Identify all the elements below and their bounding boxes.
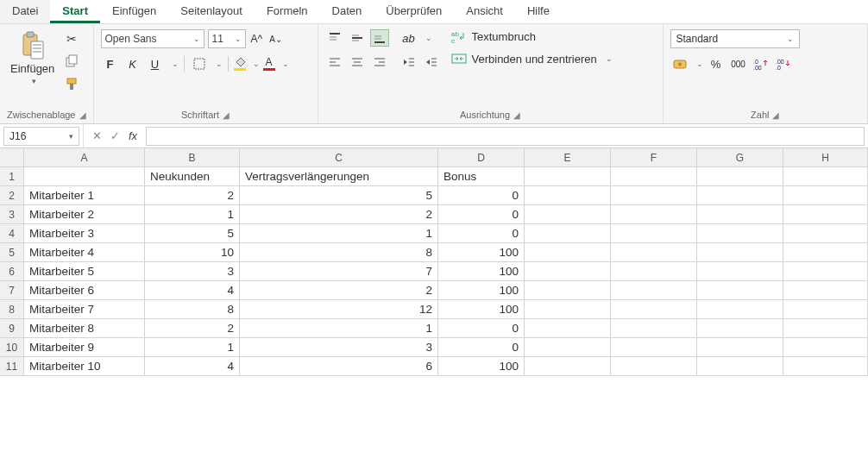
- cell[interactable]: 4: [145, 357, 240, 376]
- chevron-down-icon[interactable]: ⌄: [422, 34, 432, 42]
- cell[interactable]: [783, 338, 868, 357]
- tab-file[interactable]: Datei: [0, 0, 50, 23]
- align-left-button[interactable]: [325, 53, 344, 71]
- cell[interactable]: [697, 262, 783, 281]
- cell[interactable]: Vertragsverlängerungen: [240, 167, 438, 186]
- dialog-launcher-icon[interactable]: ◢: [772, 110, 779, 120]
- cell[interactable]: Mitarbeiter 1: [24, 186, 145, 205]
- cell[interactable]: [525, 357, 611, 376]
- cell[interactable]: 100: [438, 262, 525, 281]
- select-all-corner[interactable]: [0, 148, 24, 167]
- cell[interactable]: 8: [240, 243, 438, 262]
- cell[interactable]: 100: [438, 243, 525, 262]
- bold-button[interactable]: F: [101, 55, 120, 72]
- cell[interactable]: [525, 243, 611, 262]
- row-header[interactable]: 5: [0, 243, 24, 262]
- cell[interactable]: [783, 281, 868, 300]
- cut-button[interactable]: ✂: [63, 31, 80, 47]
- col-header[interactable]: C: [240, 148, 438, 167]
- cancel-formula-button[interactable]: ✕: [92, 129, 102, 142]
- row-header[interactable]: 10: [0, 338, 24, 357]
- cell[interactable]: [611, 357, 697, 376]
- col-header[interactable]: G: [697, 148, 783, 167]
- cell[interactable]: [611, 243, 697, 262]
- cell[interactable]: [611, 167, 697, 186]
- wrap-text-button[interactable]: abc Textumbruch: [451, 29, 613, 43]
- cell[interactable]: 0: [438, 224, 525, 243]
- cell[interactable]: 8: [145, 300, 240, 319]
- cell[interactable]: 3: [145, 262, 240, 281]
- underline-button[interactable]: U: [146, 55, 165, 72]
- col-header[interactable]: F: [611, 148, 697, 167]
- cell[interactable]: [611, 186, 697, 205]
- chevron-down-icon[interactable]: ⌄: [168, 60, 179, 68]
- cell[interactable]: 10: [145, 243, 240, 262]
- cell[interactable]: [783, 319, 868, 338]
- col-header[interactable]: E: [525, 148, 611, 167]
- cell[interactable]: 7: [240, 262, 438, 281]
- cell[interactable]: [611, 205, 697, 224]
- italic-button[interactable]: K: [123, 55, 142, 72]
- align-middle-button[interactable]: [348, 29, 367, 47]
- chevron-down-icon[interactable]: ⌄: [279, 60, 289, 68]
- cell[interactable]: 1: [145, 205, 240, 224]
- font-name-combo[interactable]: Open Sans⌄: [101, 29, 204, 48]
- fill-color-button[interactable]: [234, 57, 246, 71]
- cell[interactable]: Mitarbeiter 10: [24, 357, 145, 376]
- cell[interactable]: 0: [438, 319, 525, 338]
- paste-button[interactable]: Einfügen ▾: [7, 28, 58, 89]
- cell[interactable]: 5: [240, 186, 438, 205]
- cell[interactable]: [783, 186, 868, 205]
- cell[interactable]: [525, 224, 611, 243]
- cell[interactable]: [697, 300, 783, 319]
- align-right-button[interactable]: [370, 53, 389, 71]
- chevron-down-icon[interactable]: ⌄: [693, 60, 703, 68]
- cell[interactable]: [611, 300, 697, 319]
- cell[interactable]: [697, 186, 783, 205]
- dialog-launcher-icon[interactable]: ◢: [223, 110, 230, 120]
- cell[interactable]: [24, 167, 145, 186]
- tab-help[interactable]: Hilfe: [515, 0, 562, 23]
- cell[interactable]: [611, 338, 697, 357]
- row-header[interactable]: 8: [0, 300, 24, 319]
- cell[interactable]: Mitarbeiter 9: [24, 338, 145, 357]
- cell[interactable]: [697, 167, 783, 186]
- cell[interactable]: 2: [145, 186, 240, 205]
- fx-icon[interactable]: fx: [129, 129, 137, 142]
- tab-review[interactable]: Überprüfen: [374, 0, 454, 23]
- col-header[interactable]: B: [145, 148, 240, 167]
- cell[interactable]: [611, 319, 697, 338]
- cell[interactable]: 0: [438, 338, 525, 357]
- tab-home[interactable]: Start: [50, 0, 100, 23]
- cell[interactable]: 0: [438, 205, 525, 224]
- cell[interactable]: [525, 205, 611, 224]
- cell[interactable]: [525, 319, 611, 338]
- align-bottom-button[interactable]: [370, 29, 389, 47]
- cell[interactable]: 1: [240, 319, 438, 338]
- orientation-button[interactable]: ab: [399, 29, 418, 47]
- tab-data[interactable]: Daten: [320, 0, 374, 23]
- merge-center-button[interactable]: Verbinden und zentrieren ⌄: [451, 52, 613, 66]
- align-center-button[interactable]: [348, 53, 367, 71]
- decrease-indent-button[interactable]: [399, 53, 418, 71]
- format-painter-button[interactable]: [63, 76, 80, 91]
- cell[interactable]: Mitarbeiter 5: [24, 262, 145, 281]
- cell[interactable]: 0: [438, 186, 525, 205]
- dialog-launcher-icon[interactable]: ◢: [513, 110, 520, 120]
- cell[interactable]: [525, 300, 611, 319]
- row-header[interactable]: 2: [0, 186, 24, 205]
- cell[interactable]: 100: [438, 281, 525, 300]
- cell[interactable]: [783, 224, 868, 243]
- cell[interactable]: Mitarbeiter 6: [24, 281, 145, 300]
- cell[interactable]: Mitarbeiter 2: [24, 205, 145, 224]
- cell[interactable]: Mitarbeiter 3: [24, 224, 145, 243]
- tab-formulas[interactable]: Formeln: [255, 0, 320, 23]
- col-header[interactable]: H: [783, 148, 868, 167]
- cell[interactable]: 12: [240, 300, 438, 319]
- cell[interactable]: Neukunden: [145, 167, 240, 186]
- row-header[interactable]: 7: [0, 281, 24, 300]
- decrease-decimal-button[interactable]: .00.0: [774, 55, 793, 72]
- increase-decimal-button[interactable]: .0.00: [752, 55, 771, 72]
- cell[interactable]: 6: [240, 357, 438, 376]
- accounting-format-button[interactable]: [670, 55, 689, 72]
